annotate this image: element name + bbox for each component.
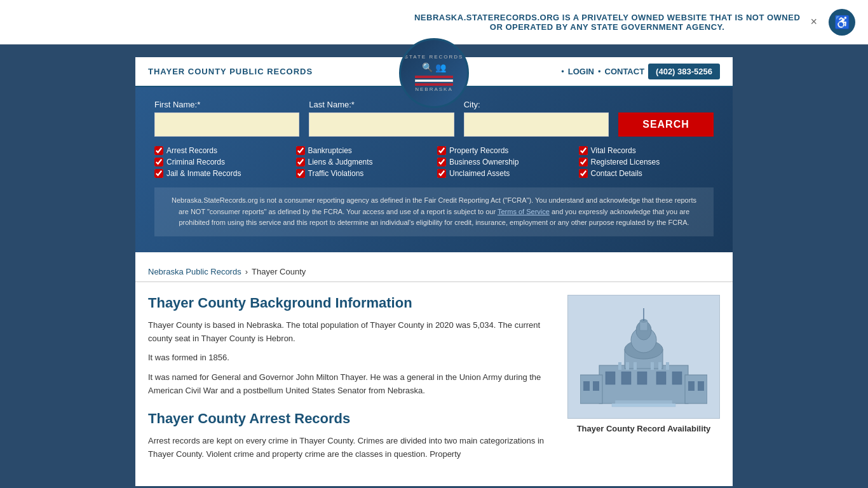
checkbox-vital-records: Vital Records: [579, 146, 714, 155]
breadcrumb-link[interactable]: Nebraska Public Records: [148, 267, 241, 276]
content-area: Thayer County Background Information Tha…: [135, 282, 733, 487]
disclaimer: Nebraska.StateRecords.org is not a consu…: [154, 187, 714, 236]
checkbox-contact-input[interactable]: [579, 169, 588, 178]
sidebar-image-wrapper: [567, 295, 720, 419]
first-name-input[interactable]: [154, 112, 299, 137]
checkbox-licenses-input[interactable]: [579, 158, 588, 166]
svg-rect-26: [688, 381, 695, 391]
svg-rect-25: [593, 381, 599, 391]
checkbox-traffic: Traffic Violations: [296, 169, 431, 178]
svg-rect-27: [698, 381, 704, 391]
svg-rect-4: [637, 372, 647, 384]
svg-rect-18: [634, 362, 637, 370]
checkbox-liens-label: Liens & Judgments: [308, 158, 373, 166]
checkbox-property-records: Property Records: [437, 146, 573, 155]
logo-badge: STATE RECORDS 🔍 👥 NEBRASKA: [399, 38, 469, 108]
first-name-group: First Name:*: [154, 100, 299, 137]
checkbox-bankruptcies-input[interactable]: [296, 146, 305, 155]
checkbox-criminal-label: Criminal Records: [166, 158, 225, 166]
city-input[interactable]: [464, 112, 609, 137]
content-sidebar: Thayer County Record Availability: [567, 295, 720, 468]
checkbox-unclaimed: Unclaimed Assets: [437, 169, 573, 178]
svg-rect-14: [615, 400, 672, 403]
svg-rect-24: [583, 381, 590, 391]
checkbox-bankruptcies-label: Bankruptcies: [308, 146, 352, 155]
checkbox-criminal-records: Criminal Records: [154, 158, 290, 166]
search-icon: 🔍: [422, 62, 433, 72]
search-button[interactable]: SEARCH: [618, 112, 714, 137]
contact-link[interactable]: CONTACT: [605, 67, 645, 76]
logo-container: STATE RECORDS 🔍 👥 NEBRASKA: [399, 38, 469, 108]
checkbox-traffic-input[interactable]: [296, 169, 305, 178]
breadcrumb-current: Thayer County: [252, 267, 306, 276]
checkbox-property-label: Property Records: [449, 146, 508, 155]
login-link[interactable]: LOGIN: [568, 67, 594, 76]
background-para1: Thayer County is based in Nebraska. The …: [148, 319, 555, 346]
checkbox-jail: Jail & Inmate Records: [154, 169, 290, 178]
checkbox-contact-label: Contact Details: [591, 169, 642, 178]
svg-rect-3: [621, 372, 631, 384]
checkbox-jail-input[interactable]: [154, 169, 163, 178]
svg-rect-16: [618, 362, 621, 370]
checkbox-arrest-label: Arrest Records: [166, 146, 217, 155]
phone-button[interactable]: (402) 383-5256: [648, 64, 720, 79]
arrest-title: Thayer County Arrest Records: [148, 410, 555, 427]
dot-2: •: [598, 67, 601, 76]
last-name-input[interactable]: [309, 112, 454, 137]
close-banner-button[interactable]: ×: [806, 13, 823, 31]
people-icon: 👥: [435, 62, 446, 72]
city-label: City:: [464, 100, 609, 109]
card-header: THAYER COUNTY PUBLIC RECORDS STATE RECOR…: [135, 57, 733, 87]
logo-icons: 🔍 👥: [422, 62, 446, 72]
checkbox-criminal-input[interactable]: [154, 158, 163, 166]
checkbox-vital-label: Vital Records: [591, 146, 636, 155]
checkbox-property-input[interactable]: [437, 146, 446, 155]
content-main: Thayer County Background Information Tha…: [148, 295, 555, 468]
svg-rect-6: [672, 372, 682, 384]
checkboxes-area: Arrest Records Bankruptcies Property Rec…: [154, 146, 714, 178]
background-para3: It was named for General and Governor Jo…: [148, 371, 555, 398]
svg-rect-5: [656, 372, 666, 384]
checkbox-liens-input[interactable]: [296, 158, 305, 166]
checkbox-arrest-input[interactable]: [154, 146, 163, 155]
checkbox-arrest-records: Arrest Records: [154, 146, 290, 155]
logo-bottom-text: NEBRASKA: [415, 86, 453, 92]
capitol-building-svg: [580, 302, 707, 410]
checkbox-business-label: Business Ownership: [449, 158, 519, 166]
checkbox-liens: Liens & Judgments: [296, 158, 431, 166]
svg-rect-19: [651, 362, 654, 370]
checkbox-registered-licenses: Registered Licenses: [579, 158, 714, 166]
main-wrapper: THAYER COUNTY PUBLIC RECORDS STATE RECOR…: [0, 44, 868, 488]
checkbox-bankruptcies: Bankruptcies: [296, 146, 431, 155]
search-area: First Name:* Last Name:* City: SEARCH: [135, 87, 733, 252]
checkbox-jail-label: Jail & Inmate Records: [166, 169, 241, 178]
main-card: THAYER COUNTY PUBLIC RECORDS STATE RECOR…: [135, 57, 733, 486]
terms-link[interactable]: Terms of Service: [498, 208, 550, 215]
logo-top-text: STATE RECORDS: [405, 54, 464, 60]
checkbox-licenses-label: Registered Licenses: [591, 158, 660, 166]
checkbox-unclaimed-input[interactable]: [437, 169, 446, 178]
breadcrumb: Nebraska Public Records › Thayer County: [135, 262, 733, 282]
svg-rect-15: [612, 403, 675, 407]
svg-rect-2: [606, 372, 615, 384]
dot-1: •: [561, 67, 564, 76]
site-title: THAYER COUNTY PUBLIC RECORDS: [148, 67, 313, 76]
checkbox-vital-input[interactable]: [579, 146, 588, 155]
arrest-para1: Arrest records are kept on every crime i…: [148, 435, 555, 461]
sidebar-caption: Thayer County Record Availability: [567, 424, 720, 433]
breadcrumb-separator: ›: [245, 267, 248, 276]
background-para2: It was formed in 1856.: [148, 351, 555, 365]
svg-rect-20: [658, 362, 661, 370]
header-right: • LOGIN • CONTACT (402) 383-5256: [561, 64, 720, 79]
banner-text: NEBRASKA.STATERECORDS.ORG IS A PRIVATELY…: [409, 13, 806, 32]
city-group: City:: [464, 100, 609, 137]
svg-rect-17: [626, 362, 629, 370]
background-title: Thayer County Background Information: [148, 295, 555, 311]
checkbox-traffic-label: Traffic Violations: [308, 169, 364, 178]
accessibility-button[interactable]: ♿: [829, 9, 855, 36]
svg-rect-21: [666, 362, 669, 370]
checkbox-unclaimed-label: Unclaimed Assets: [449, 169, 510, 178]
checkbox-business: Business Ownership: [437, 158, 573, 166]
checkbox-business-input[interactable]: [437, 158, 446, 166]
checkbox-contact: Contact Details: [579, 169, 714, 178]
